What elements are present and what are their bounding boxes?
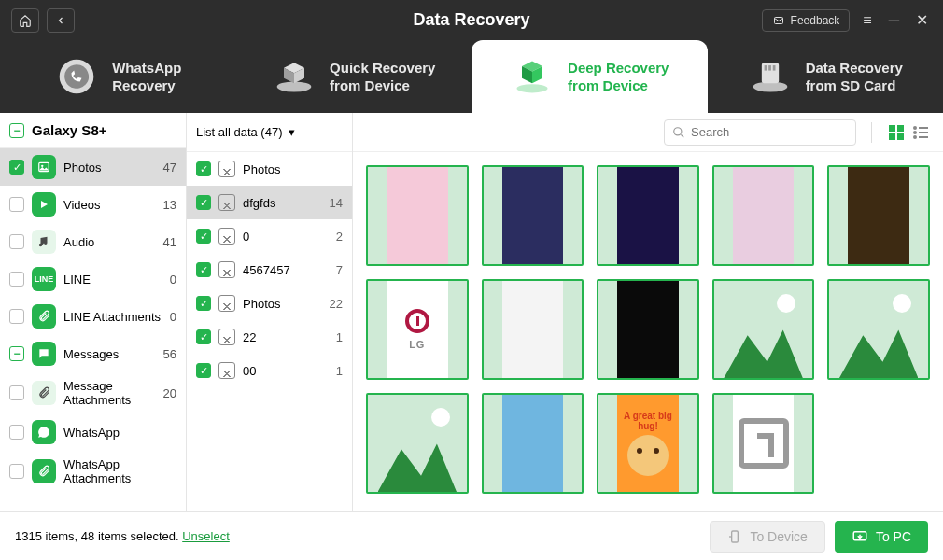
svg-rect-8 xyxy=(772,65,775,71)
thumbnail[interactable]: A great big hug! xyxy=(597,393,699,494)
minimize-button[interactable]: ─ xyxy=(885,12,903,29)
svg-rect-16 xyxy=(897,125,904,132)
thumbnail-grid: LGA great big hug! xyxy=(353,152,943,511)
attach-icon xyxy=(32,304,56,329)
thumbnail[interactable] xyxy=(712,393,815,494)
sidebar: − Galaxy S8+ ✓ Photos 47 Videos 13 Audio… xyxy=(0,113,187,511)
thumbnail[interactable] xyxy=(597,165,699,266)
category-checkbox[interactable] xyxy=(9,309,24,324)
thumbnail[interactable] xyxy=(712,165,815,266)
svg-point-14 xyxy=(674,127,682,134)
svg-point-3 xyxy=(517,84,548,92)
category-checkbox[interactable]: − xyxy=(9,346,24,361)
category-checkbox[interactable] xyxy=(9,425,24,440)
category-line[interactable]: LINE LINE 0 xyxy=(0,260,186,298)
mode-tabs: WhatsAppRecovery Quick Recoveryfrom Devi… xyxy=(0,40,943,113)
tab-quick-recovery[interactable]: Quick Recoveryfrom Device xyxy=(236,40,472,113)
image-icon xyxy=(218,329,235,345)
category-label: LINE xyxy=(63,273,162,287)
tab-deep-recovery[interactable]: Deep Recoveryfrom Device xyxy=(472,40,708,113)
device-name: Galaxy S8+ xyxy=(32,122,106,138)
sd-card-recovery-icon xyxy=(748,54,793,99)
folder-checkbox[interactable]: ✓ xyxy=(196,195,211,210)
thumbnail[interactable] xyxy=(827,165,930,266)
close-button[interactable]: ✕ xyxy=(912,11,932,29)
category-checkbox[interactable] xyxy=(9,385,24,400)
device-checkbox[interactable]: − xyxy=(9,123,24,138)
category-list: ✓ Photos 47 Videos 13 Audio 41 LINE LINE… xyxy=(0,148,186,511)
thumbnail[interactable] xyxy=(482,165,584,266)
category-checkbox[interactable] xyxy=(9,234,24,249)
category-checkbox[interactable] xyxy=(9,197,24,212)
folder-item[interactable]: ✓ dfgfds 14 xyxy=(187,186,352,219)
folder-item[interactable]: ✓ 4567457 7 xyxy=(187,253,352,287)
folder-checkbox[interactable]: ✓ xyxy=(196,262,211,277)
status-text: 1315 items, 48 items selected. Unselect xyxy=(15,529,700,543)
folder-checkbox[interactable]: ✓ xyxy=(196,363,211,378)
folder-name: 4567457 xyxy=(243,263,329,277)
play-icon xyxy=(32,192,56,217)
folder-item[interactable]: ✓ Photos 22 xyxy=(187,287,352,320)
line-icon: LINE xyxy=(32,267,56,291)
to-device-button[interactable]: To Device xyxy=(710,521,824,553)
folder-checkbox[interactable]: ✓ xyxy=(196,229,211,244)
folder-checkbox[interactable]: ✓ xyxy=(196,296,211,311)
category-photos[interactable]: ✓ Photos 47 xyxy=(0,148,186,186)
category-count: 20 xyxy=(163,386,176,400)
sms-icon xyxy=(32,342,56,366)
category-count: 56 xyxy=(163,347,176,361)
category-messages[interactable]: − Messages 56 xyxy=(0,335,186,372)
folder-item[interactable]: ✓ 0 2 xyxy=(187,219,352,253)
folder-name: 0 xyxy=(243,230,329,244)
search-box[interactable] xyxy=(664,119,856,146)
image-icon xyxy=(32,155,56,179)
category-label: WhatsApp Attachments xyxy=(63,457,169,485)
thumbnail[interactable]: LG xyxy=(366,279,469,380)
svg-rect-15 xyxy=(889,125,895,132)
category-whatsapp-attachments[interactable]: WhatsApp Attachments xyxy=(0,451,186,492)
main-area: − Galaxy S8+ ✓ Photos 47 Videos 13 Audio… xyxy=(0,113,943,511)
category-message-attachments[interactable]: Message Attachments 20 xyxy=(0,372,186,413)
folder-checkbox[interactable]: ✓ xyxy=(196,329,211,344)
folder-count: 22 xyxy=(330,297,343,311)
category-videos[interactable]: Videos 13 xyxy=(0,186,186,223)
category-audio[interactable]: Audio 41 xyxy=(0,223,186,260)
category-checkbox[interactable] xyxy=(9,272,24,287)
quick-recovery-icon xyxy=(272,54,317,99)
category-checkbox[interactable] xyxy=(9,464,24,479)
filter-dropdown[interactable]: List all data (47) ▾ xyxy=(187,113,352,152)
image-icon xyxy=(218,295,235,312)
separator xyxy=(871,122,872,143)
device-row[interactable]: − Galaxy S8+ xyxy=(0,113,186,148)
category-whatsapp[interactable]: WhatsApp xyxy=(0,413,186,451)
folder-checkbox[interactable]: ✓ xyxy=(196,161,211,176)
folder-item[interactable]: ✓ 00 1 xyxy=(187,354,352,387)
folder-item[interactable]: ✓ Photos xyxy=(187,152,352,186)
tab-sd-card-recovery[interactable]: Data Recoveryfrom SD Card xyxy=(708,40,944,113)
list-view-button[interactable] xyxy=(911,123,930,142)
thumbnail[interactable] xyxy=(482,393,584,494)
thumbnail[interactable] xyxy=(366,393,469,494)
image-icon xyxy=(218,194,235,211)
thumbnail[interactable] xyxy=(366,165,469,266)
tab-whatsapp-recovery[interactable]: WhatsAppRecovery xyxy=(0,40,236,113)
thumbnail[interactable] xyxy=(482,279,584,380)
folder-count: 1 xyxy=(336,330,343,344)
feedback-button[interactable]: Feedback xyxy=(762,9,851,32)
to-pc-button[interactable]: To PC xyxy=(835,521,928,553)
content-toolbar xyxy=(353,113,943,152)
thumbnail[interactable] xyxy=(597,279,699,380)
unselect-link[interactable]: Unselect xyxy=(182,529,230,543)
home-button[interactable] xyxy=(11,8,39,33)
grid-view-button[interactable] xyxy=(887,123,906,142)
folder-item[interactable]: ✓ 22 1 xyxy=(187,320,352,354)
search-input[interactable] xyxy=(691,125,848,139)
category-line-attachments[interactable]: LINE Attachments 0 xyxy=(0,298,186,335)
thumbnail[interactable] xyxy=(712,279,815,380)
category-count: 47 xyxy=(163,161,176,175)
back-button[interactable] xyxy=(47,8,75,33)
category-checkbox[interactable]: ✓ xyxy=(9,160,24,175)
menu-icon[interactable]: ≡ xyxy=(859,12,875,29)
tab-label: WhatsAppRecovery xyxy=(112,59,181,95)
thumbnail[interactable] xyxy=(827,279,930,380)
